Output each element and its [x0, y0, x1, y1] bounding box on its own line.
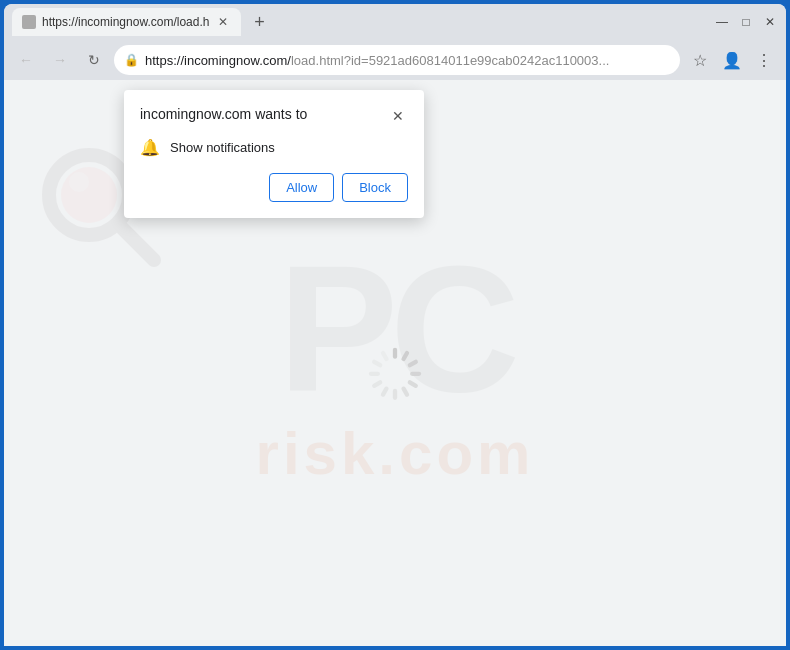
- dialog-buttons: Allow Block: [140, 173, 408, 202]
- loading-spinner: [365, 344, 425, 408]
- forward-button[interactable]: →: [46, 46, 74, 74]
- svg-line-12: [374, 382, 380, 385]
- url-text: https://incomingnow.com/load.html?id=592…: [145, 53, 670, 68]
- dialog-close-button[interactable]: ✕: [388, 106, 408, 126]
- new-tab-button[interactable]: +: [245, 8, 273, 36]
- dialog-header: incomingnow.com wants to ✕: [140, 106, 408, 126]
- dialog-option: 🔔 Show notifications: [140, 138, 408, 157]
- tab-favicon: [22, 15, 36, 29]
- maximize-button[interactable]: □: [738, 14, 754, 30]
- svg-line-14: [374, 362, 380, 365]
- svg-line-8: [410, 382, 416, 385]
- title-bar: https://incomingnow.com/load.h ✕ + — □ ✕: [4, 4, 786, 40]
- bookmark-button[interactable]: ☆: [686, 46, 714, 74]
- url-domain: https://incomingnow.com/: [145, 53, 291, 68]
- bell-icon: 🔔: [140, 138, 160, 157]
- url-path: load.html?id=5921ad60814011e99cab0242ac1…: [291, 53, 609, 68]
- page-content: PC risk.com: [4, 80, 786, 646]
- url-bar[interactable]: 🔒 https://incomingnow.com/load.html?id=5…: [114, 45, 680, 75]
- active-tab[interactable]: https://incomingnow.com/load.h ✕: [12, 8, 241, 36]
- tab-title: https://incomingnow.com/load.h: [42, 15, 209, 29]
- browser-window: https://incomingnow.com/load.h ✕ + — □ ✕…: [4, 4, 786, 646]
- close-button[interactable]: ✕: [762, 14, 778, 30]
- url-actions: ☆ 👤 ⋮: [686, 46, 778, 74]
- block-button[interactable]: Block: [342, 173, 408, 202]
- wm-risk: risk.com: [256, 419, 535, 488]
- back-button[interactable]: ←: [12, 46, 40, 74]
- svg-point-1: [61, 167, 117, 223]
- svg-point-2: [69, 172, 89, 192]
- account-button[interactable]: 👤: [718, 46, 746, 74]
- menu-button[interactable]: ⋮: [750, 46, 778, 74]
- lock-icon: 🔒: [124, 53, 139, 67]
- svg-line-3: [119, 225, 154, 260]
- allow-button[interactable]: Allow: [269, 173, 334, 202]
- dialog-option-label: Show notifications: [170, 140, 275, 155]
- svg-point-0: [49, 155, 129, 235]
- minimize-button[interactable]: —: [714, 14, 730, 30]
- svg-line-5: [404, 353, 407, 359]
- permission-dialog: incomingnow.com wants to ✕ 🔔 Show notifi…: [124, 90, 424, 218]
- svg-line-15: [383, 353, 386, 359]
- refresh-button[interactable]: ↻: [80, 46, 108, 74]
- tab-close-button[interactable]: ✕: [215, 14, 231, 30]
- dialog-title: incomingnow.com wants to: [140, 106, 307, 122]
- svg-line-9: [404, 389, 407, 395]
- window-controls: — □ ✕: [714, 14, 778, 30]
- svg-line-11: [383, 389, 386, 395]
- address-bar: ← → ↻ 🔒 https://incomingnow.com/load.htm…: [4, 40, 786, 80]
- svg-line-6: [410, 362, 416, 365]
